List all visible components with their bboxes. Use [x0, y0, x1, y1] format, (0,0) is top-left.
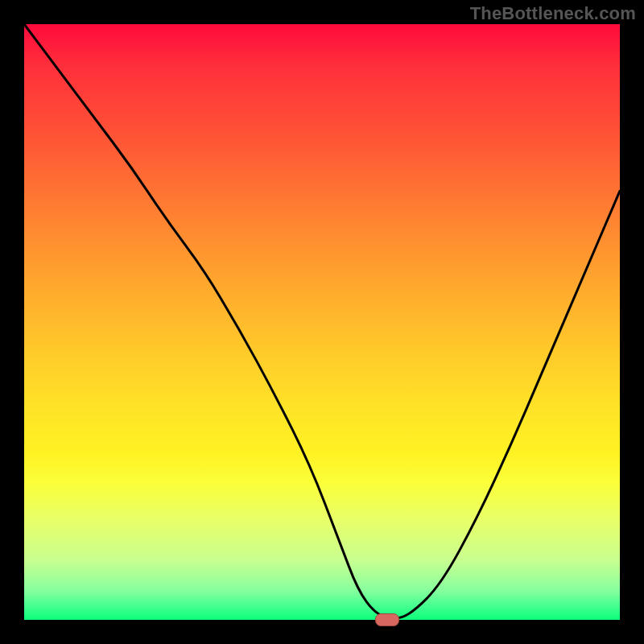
chart-frame: TheBottleneck.com — [0, 0, 644, 644]
optimum-marker — [375, 613, 399, 626]
plot-area — [24, 24, 620, 620]
bottleneck-curve — [24, 24, 620, 620]
curve-path — [24, 24, 620, 618]
watermark-text: TheBottleneck.com — [470, 3, 636, 24]
